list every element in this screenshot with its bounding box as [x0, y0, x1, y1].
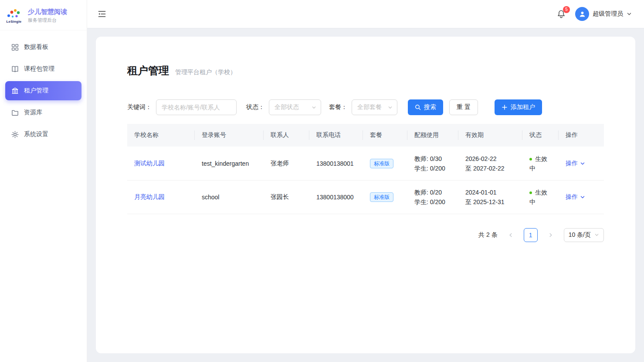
- plan-select-value: 全部套餐: [357, 103, 382, 111]
- sidebar-item-label: 资源库: [24, 109, 42, 116]
- plan-tag: 标准版: [370, 159, 393, 168]
- row-action-label: 操作: [566, 193, 578, 201]
- cell-account: school: [195, 180, 264, 214]
- table-header: 学校名称 登录账号 联系人 联系电话 套餐 配额使用 有效期 状态 操作: [127, 124, 604, 147]
- cell-status: 生效中: [522, 180, 559, 214]
- col-contact: 联系人: [264, 124, 309, 147]
- chevron-down-icon: [580, 195, 585, 200]
- reset-button[interactable]: 重 置: [449, 99, 478, 115]
- sidebar-item-course-packages[interactable]: 课程包管理: [5, 59, 81, 79]
- chevron-right-icon: [548, 232, 553, 238]
- search-button-label: 搜索: [424, 103, 436, 111]
- sidebar-menu: 数据看板 课程包管理 租户管理 资源库: [0, 31, 87, 144]
- valid-to: 至 2027-02-22: [465, 164, 515, 173]
- sidebar-item-label: 租户管理: [24, 87, 48, 95]
- notification-bell[interactable]: 5: [557, 10, 566, 18]
- brand-block: LeSingle 少儿智慧阅读 服务管理后台: [0, 0, 87, 31]
- pagination-total: 共 2 条: [478, 231, 498, 239]
- add-tenant-button[interactable]: 添加租户: [495, 99, 542, 115]
- sidebar-item-label: 数据看板: [24, 43, 48, 51]
- sidebar-item-tenants[interactable]: 租户管理: [5, 81, 81, 100]
- plan-select[interactable]: 全部套餐: [352, 99, 397, 115]
- row-action-label: 操作: [566, 160, 578, 167]
- sidebar: LeSingle 少儿智慧阅读 服务管理后台 数据看板 课程包管理: [0, 0, 87, 362]
- cell-quota: 教师: 0/20 学生: 0/200: [407, 180, 458, 214]
- content-area: 租户管理 管理平台租户（学校） 关键词： 状态： 全部状态 套餐： 全部套餐: [87, 28, 644, 362]
- plan-label: 套餐：: [329, 103, 347, 111]
- collapse-sidebar-icon[interactable]: [98, 10, 106, 18]
- reset-button-label: 重 置: [457, 103, 471, 111]
- pagination: 共 2 条 1 10 条/页: [127, 228, 604, 242]
- row-action-link[interactable]: 操作: [566, 160, 585, 167]
- cell-status: 生效中: [522, 147, 559, 180]
- status-label: 状态：: [246, 103, 264, 111]
- col-actions: 操作: [559, 124, 604, 147]
- app-logo: LeSingle: [4, 8, 24, 24]
- cell-contact: 张园长: [264, 180, 309, 214]
- tenant-management-card: 租户管理 管理平台租户（学校） 关键词： 状态： 全部状态 套餐： 全部套餐: [96, 37, 635, 353]
- tenant-table: 学校名称 登录账号 联系人 联系电话 套餐 配额使用 有效期 状态 操作: [127, 124, 604, 214]
- page-size-select[interactable]: 10 条/页: [564, 228, 604, 242]
- cell-phone: 13800138000: [309, 180, 363, 214]
- valid-from: 2024-01-01: [465, 188, 515, 197]
- next-page-button[interactable]: [545, 228, 557, 242]
- status-select-value: 全部状态: [275, 103, 299, 111]
- cell-school-name: 月亮幼儿园: [127, 180, 195, 214]
- topbar: 5 超级管理员: [87, 0, 644, 28]
- cell-plan: 标准版: [363, 147, 407, 180]
- add-tenant-button-label: 添加租户: [511, 103, 535, 111]
- chevron-down-icon: [580, 161, 585, 166]
- brand-subtitle: 服务管理后台: [28, 17, 67, 24]
- avatar: [575, 7, 589, 21]
- plan-tag: 标准版: [370, 192, 393, 202]
- sidebar-item-resources[interactable]: 资源库: [5, 103, 81, 122]
- filter-bar: 关键词： 状态： 全部状态 套餐： 全部套餐 搜索: [127, 99, 604, 115]
- row-action-link[interactable]: 操作: [566, 193, 585, 201]
- search-button[interactable]: 搜索: [408, 99, 443, 115]
- sidebar-item-settings[interactable]: 系统设置: [5, 125, 81, 144]
- page-size-value: 10 条/页: [569, 231, 591, 239]
- page-title: 租户管理: [127, 64, 169, 78]
- table-row: 测试幼儿园 test_kindergarten 张老师 13800138001 …: [127, 147, 604, 180]
- quota-student: 学生: 0/200: [414, 164, 451, 173]
- col-plan: 套餐: [363, 124, 407, 147]
- user-menu[interactable]: 超级管理员: [575, 7, 632, 21]
- col-validity: 有效期: [458, 124, 522, 147]
- col-status: 状态: [522, 124, 559, 147]
- page-subtitle: 管理平台租户（学校）: [175, 68, 236, 76]
- col-account: 登录账号: [195, 124, 264, 147]
- status-select[interactable]: 全部状态: [269, 99, 321, 115]
- status-dot: [529, 191, 532, 194]
- valid-from: 2026-02-22: [465, 154, 515, 164]
- school-name-link[interactable]: 月亮幼儿园: [134, 193, 165, 200]
- brand-title: 少儿智慧阅读: [28, 7, 67, 16]
- chevron-down-icon: [627, 11, 632, 17]
- chevron-left-icon: [508, 232, 513, 238]
- col-phone: 联系电话: [309, 124, 363, 147]
- school-name-link[interactable]: 测试幼儿园: [134, 160, 165, 167]
- cell-validity: 2024-01-01 至 2025-12-31: [458, 180, 522, 214]
- page-number-button[interactable]: 1: [524, 228, 538, 242]
- page-head: 租户管理 管理平台租户（学校）: [127, 64, 604, 78]
- col-school-name: 学校名称: [127, 124, 195, 147]
- plus-icon: [502, 104, 508, 110]
- cell-quota: 教师: 0/30 学生: 0/200: [407, 147, 458, 180]
- brand-text: 少儿智慧阅读 服务管理后台: [28, 7, 67, 24]
- logo-icon: [6, 8, 22, 19]
- status-dot: [529, 158, 532, 161]
- prev-page-button[interactable]: [505, 228, 517, 242]
- sidebar-item-dashboard[interactable]: 数据看板: [5, 38, 81, 57]
- quota-student: 学生: 0/200: [414, 197, 451, 207]
- quota-teacher: 教师: 0/20: [414, 188, 451, 197]
- building-icon: [11, 87, 19, 95]
- sidebar-item-label: 系统设置: [24, 130, 48, 138]
- book-icon: [11, 65, 19, 73]
- status-badge: 生效中: [529, 189, 547, 205]
- cell-actions: 操作: [559, 180, 604, 214]
- chevron-down-icon: [312, 105, 316, 110]
- username: 超级管理员: [593, 10, 623, 18]
- keyword-input[interactable]: [156, 99, 237, 115]
- main-area: 5 超级管理员 租户管理 管理平台租户（学校）: [87, 0, 644, 362]
- cell-phone: 13800138001: [309, 147, 363, 180]
- valid-to: 至 2025-12-31: [465, 197, 515, 207]
